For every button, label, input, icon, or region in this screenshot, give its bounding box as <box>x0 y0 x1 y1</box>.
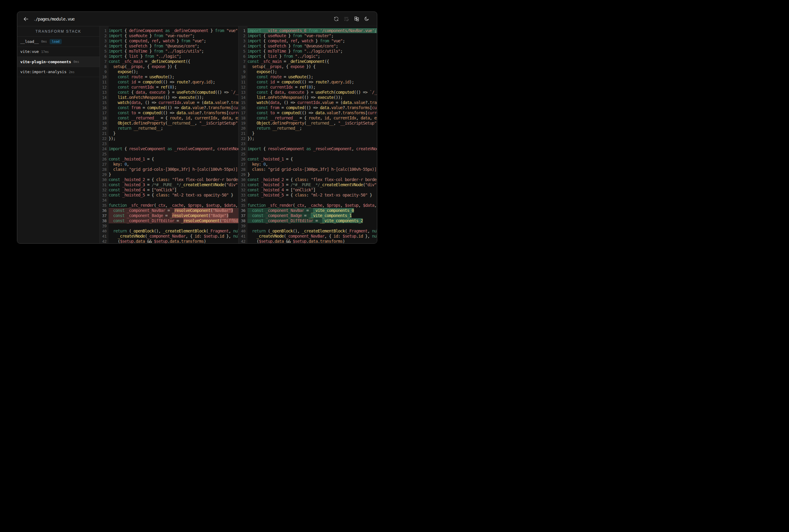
title-bar: ./pages/module.vue <box>17 12 377 26</box>
back-button[interactable] <box>23 16 29 22</box>
code-line: 1import __vite_components_0 from '/compo… <box>239 28 377 33</box>
code-line: 20 return __returned__; <box>239 126 377 131</box>
code-line: 41 _createVNode(_component_NavBar, { id:… <box>100 234 238 239</box>
code-line: 36 const _component_NavBar = _resolveCom… <box>100 208 238 213</box>
code-line: 23 <box>239 141 377 146</box>
code-line: 16 const from = computed(() => data.valu… <box>239 105 377 110</box>
line-number: 36 <box>239 208 247 213</box>
code-line: 23 <box>100 141 238 146</box>
code-line: 17 const to = computed(() => data.value?… <box>239 110 377 115</box>
line-number: 38 <box>100 218 109 223</box>
hook-badge: load <box>50 39 62 44</box>
code-lines-modified: 1import __vite_components_0 from '/compo… <box>239 26 377 243</box>
line-number: 39 <box>239 223 247 229</box>
line-number: 6 <box>239 54 247 59</box>
diff-pane-modified[interactable]: 1import __vite_components_0 from '/compo… <box>238 26 377 243</box>
transform-stack-sidebar: TRANSFORM STACK __load__0msloadvite:vue1… <box>17 26 100 243</box>
line-number: 28 <box>239 167 247 172</box>
line-number: 20 <box>239 126 247 131</box>
code-line: 10 const route = useRoute(); <box>100 74 238 79</box>
code-line: 39 <box>100 223 238 229</box>
refresh-icon[interactable] <box>334 16 339 21</box>
code-line: 16 const from = computed(() => data.valu… <box>100 105 238 110</box>
code-line: 14 list.onFetchResponse(() => execute())… <box>239 95 377 100</box>
line-number: 5 <box>239 49 247 54</box>
sidebar-item-vite-import-analysis[interactable]: vite:import-analysis2ms <box>17 67 99 77</box>
code-line: 26const _hoisted_1 = { <box>239 156 377 162</box>
code-line: 19 Object.defineProperty(__returned__, "… <box>100 120 238 126</box>
code-line: 36 const _component_NavBar = __vite_comp… <box>239 208 377 213</box>
code-line: 7const _sfc_main = _defineComponent({ <box>100 59 238 64</box>
line-number: 30 <box>100 177 109 182</box>
code-line: 6import { list } from "../logic"; <box>239 54 377 59</box>
code-line: 21 } <box>239 131 377 136</box>
plugin-time: 2ms <box>69 70 75 74</box>
code-line: 40 return (_openBlock(), _createElementB… <box>100 229 238 234</box>
line-number: 34 <box>100 198 109 203</box>
sidebar-item--load-[interactable]: __load__0msload <box>17 37 99 47</box>
line-number: 32 <box>239 187 247 193</box>
side-by-side-diff-icon[interactable] <box>354 16 359 21</box>
line-number: 26 <box>239 156 247 162</box>
diff-editor: 1import { defineComponent as _defineComp… <box>100 26 377 243</box>
line-number: 42 <box>239 239 247 243</box>
sidebar-item-vite-vue[interactable]: vite:vue17ms <box>17 47 99 57</box>
line-number: 10 <box>100 74 109 79</box>
diff-pane-original[interactable]: 1import { defineComponent as _defineComp… <box>100 26 238 243</box>
code-line: 24import { resolveComponent as _resolveC… <box>239 146 377 151</box>
code-line: 15 watch(data, () => currentIdx.value = … <box>100 100 238 105</box>
plugin-time: 17ms <box>41 50 49 54</box>
line-number: 35 <box>100 203 109 208</box>
line-number: 32 <box>100 187 109 193</box>
line-number: 31 <box>239 182 247 187</box>
code-line: 12 const currentIdx = ref(0); <box>239 84 377 90</box>
line-number: 9 <box>239 69 247 74</box>
code-line: 35function _sfc_render(_ctx, _cache, $pr… <box>100 203 238 208</box>
code-line: 15 watch(data, () => currentIdx.value = … <box>239 100 377 105</box>
line-number: 28 <box>100 167 109 172</box>
line-number: 36 <box>100 208 109 213</box>
code-line: 5import { msToTime } from "../logic/util… <box>100 49 238 54</box>
code-line: 8 setup(__props, { expose }) { <box>239 64 377 69</box>
code-line: 32const _hoisted_4 = ["onClick"] <box>100 187 238 193</box>
line-number: 19 <box>239 120 247 126</box>
line-number: 12 <box>239 84 247 90</box>
code-line: 21 } <box>100 131 238 136</box>
line-number: 7 <box>100 59 109 64</box>
sidebar-item-vite-plugin-components[interactable]: vite-plugin-components0ms <box>17 57 99 67</box>
code-line: 31const _hoisted_3 = /*#__PURE__*/_creat… <box>239 182 377 187</box>
line-number: 22 <box>100 136 109 141</box>
code-line: 2import { useRoute } from "vue-router"; <box>100 33 238 38</box>
line-number: 18 <box>239 115 247 120</box>
code-line: 38 const _component_DiffEditor = __vite_… <box>239 218 377 223</box>
line-number: 17 <box>100 110 109 115</box>
line-number: 15 <box>100 100 109 105</box>
line-number: 3 <box>100 38 109 43</box>
dark-mode-moon-icon[interactable] <box>364 16 369 21</box>
line-number: 13 <box>100 90 109 95</box>
code-line: 27 key: 0, <box>100 162 238 167</box>
line-number: 38 <box>239 218 247 223</box>
sidebar-items: __load__0msloadvite:vue17msvite-plugin-c… <box>17 37 99 77</box>
line-number: 27 <box>239 162 247 167</box>
line-number: 23 <box>100 141 109 146</box>
code-line: 3import { computed, ref, watch } from "v… <box>239 38 377 43</box>
toolbar <box>334 16 369 21</box>
code-line: 24import { resolveComponent as _resolveC… <box>100 146 238 151</box>
code-line: 40 return (_openBlock(), _createElementB… <box>239 229 377 234</box>
code-line: 19 Object.defineProperty(__returned__, "… <box>239 120 377 126</box>
code-line: 31const _hoisted_3 = /*#__PURE__*/_creat… <box>100 182 238 187</box>
line-number: 3 <box>239 38 247 43</box>
line-wrap-icon[interactable] <box>344 16 349 21</box>
code-line: 12 const currentIdx = ref(0); <box>100 84 238 90</box>
line-number: 12 <box>100 84 109 90</box>
line-number: 15 <box>239 100 247 105</box>
code-line: 4import { useFetch } from "@vueuse/core"… <box>239 43 377 49</box>
line-number: 19 <box>100 120 109 126</box>
code-line: 3import { computed, ref, watch } from "v… <box>100 38 238 43</box>
line-number: 21 <box>100 131 109 136</box>
code-line: 25 <box>239 151 377 156</box>
code-line: 22}); <box>239 136 377 141</box>
code-line: 41 _createVNode(_component_NavBar, { id:… <box>239 234 377 239</box>
line-number: 14 <box>100 95 109 100</box>
